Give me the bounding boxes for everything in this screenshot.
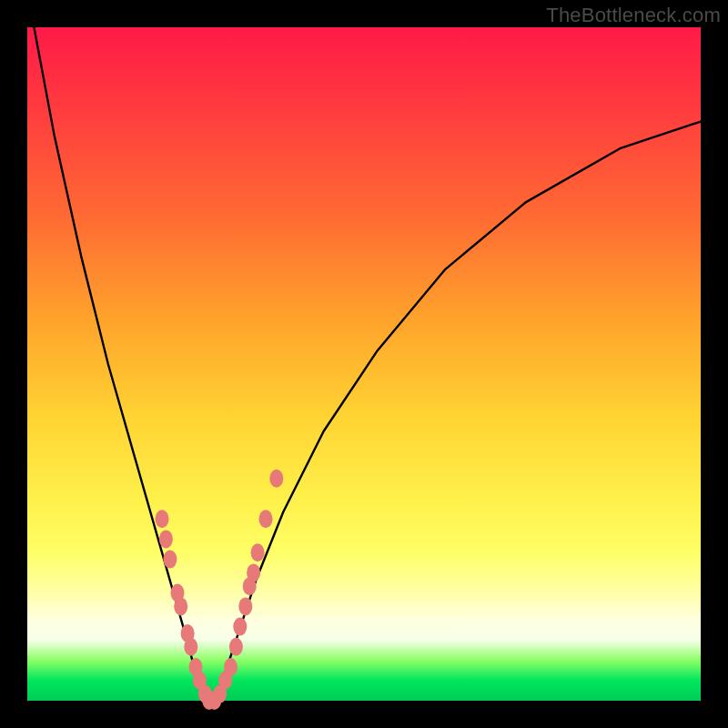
curve-marker xyxy=(259,510,273,528)
curve-marker xyxy=(247,563,260,581)
watermark-text: TheBottleneck.com xyxy=(546,4,721,27)
marker-group xyxy=(156,470,284,710)
curve-marker xyxy=(269,470,283,488)
chart-frame: TheBottleneck.com xyxy=(0,0,728,728)
bottleneck-curve-path xyxy=(34,27,701,701)
curve-marker xyxy=(174,597,187,615)
curve-marker xyxy=(184,638,197,656)
plot-area xyxy=(27,27,701,701)
curve-marker xyxy=(224,658,238,676)
curve-marker xyxy=(159,530,173,548)
curve-marker xyxy=(229,638,243,656)
curve-layer xyxy=(27,27,701,701)
curve-marker xyxy=(238,597,252,615)
bottleneck-curve xyxy=(34,27,701,701)
curve-marker xyxy=(251,543,265,561)
curve-marker xyxy=(163,551,177,569)
curve-marker xyxy=(156,510,169,528)
curve-marker xyxy=(233,618,247,636)
